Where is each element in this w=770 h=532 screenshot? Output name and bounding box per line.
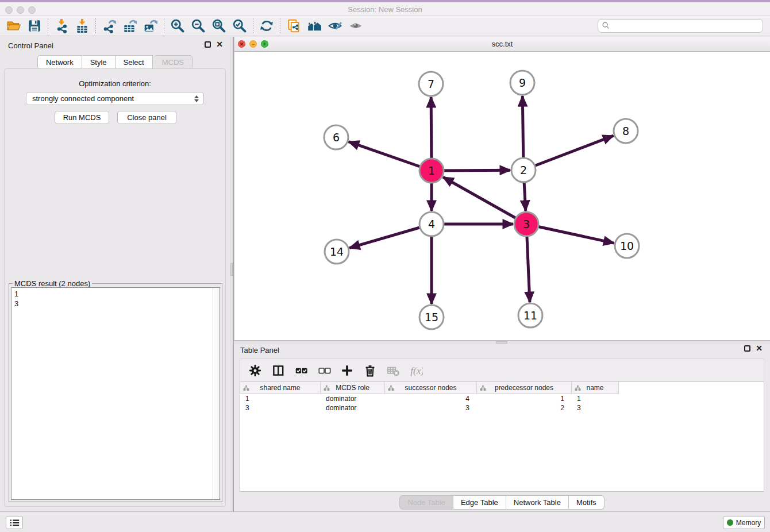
- cell[interactable]: 1: [572, 394, 619, 403]
- zoom-selected-button[interactable]: [229, 17, 250, 34]
- select-all-rows-button[interactable]: [294, 364, 308, 377]
- column-header-shared-name[interactable]: shared name: [240, 382, 321, 394]
- toolbar-icon-groups: [3, 17, 366, 34]
- table-panel-tabs: Node TableEdge TableNetwork TableMotifs: [234, 495, 770, 510]
- criterion-select[interactable]: strongly connected component: [26, 92, 204, 105]
- graph-node-7[interactable]: 7: [419, 72, 443, 96]
- export-table-icon: [122, 18, 137, 33]
- add-column-button[interactable]: [340, 364, 354, 377]
- close-panel-button[interactable]: Close panel: [117, 111, 176, 124]
- node-label: 10: [620, 240, 634, 252]
- search-field[interactable]: [598, 19, 763, 33]
- edge-1-6[interactable]: [349, 142, 432, 171]
- splitter-grip[interactable]: [230, 263, 233, 276]
- float-panel-icon[interactable]: [205, 41, 211, 48]
- graph-node-2[interactable]: 2: [511, 158, 536, 182]
- export-network-button[interactable]: [99, 17, 120, 34]
- mcds-result-box: MCDS result (2 nodes) 13: [9, 283, 222, 502]
- toggle-graphics-details-icon: [328, 18, 342, 33]
- tab-node-table[interactable]: Node Table: [399, 495, 453, 510]
- graph-node-15[interactable]: 15: [419, 305, 444, 329]
- graph-node-1[interactable]: 1: [419, 159, 444, 183]
- open-session-icon: [6, 18, 21, 33]
- tab-edge-table[interactable]: Edge Table: [453, 495, 506, 510]
- function-builder-icon: f(x): [409, 364, 423, 377]
- run-mcds-button[interactable]: Run MCDS: [55, 111, 109, 124]
- network-canvas[interactable]: 7968124314101511: [234, 52, 770, 340]
- column-header-MCDS-role[interactable]: MCDS role: [321, 382, 385, 394]
- import-table-button[interactable]: [72, 17, 93, 34]
- column-header-successor-nodes[interactable]: successor nodes: [385, 382, 477, 394]
- graph-node-3[interactable]: 3: [514, 212, 538, 236]
- table-settings-button[interactable]: [248, 364, 262, 377]
- column-header-name[interactable]: name: [572, 382, 619, 394]
- graph-node-6[interactable]: 6: [324, 125, 348, 149]
- zoom-fit-button[interactable]: [209, 17, 229, 34]
- cell[interactable]: dominator: [321, 394, 385, 403]
- tab-motifs[interactable]: Motifs: [569, 495, 605, 510]
- first-neighbors-button[interactable]: [304, 17, 325, 34]
- toggle-graphics-details-button[interactable]: [325, 17, 345, 34]
- criterion-value: strongly connected component: [32, 94, 134, 103]
- graph-node-8[interactable]: 8: [614, 119, 638, 143]
- open-session-button[interactable]: [3, 17, 24, 34]
- export-network-icon: [102, 18, 117, 33]
- edge-2-8[interactable]: [523, 136, 614, 170]
- select-stepper-icon: [194, 95, 199, 102]
- mcds-result-title: MCDS result (2 nodes): [13, 279, 92, 288]
- graph-node-11[interactable]: 11: [518, 303, 542, 327]
- float-panel-icon[interactable]: [744, 345, 750, 352]
- graph-node-10[interactable]: 10: [615, 234, 639, 258]
- save-session-button[interactable]: [24, 17, 45, 34]
- zoom-in-button[interactable]: [167, 17, 188, 34]
- save-session-icon: [27, 18, 42, 33]
- zoom-out-icon: [191, 18, 206, 33]
- graph-node-14[interactable]: 14: [325, 240, 349, 264]
- cell[interactable]: 1: [477, 394, 572, 403]
- cell[interactable]: 3: [240, 403, 321, 413]
- deselect-all-rows-button[interactable]: [317, 364, 331, 377]
- table-row[interactable]: 1dominator411: [240, 394, 764, 403]
- cell[interactable]: 4: [385, 394, 477, 403]
- result-scrollbar[interactable]: [213, 288, 220, 499]
- node-label: 14: [330, 245, 344, 258]
- tab-select[interactable]: Select: [116, 55, 153, 70]
- table-row[interactable]: 3dominator323: [240, 403, 764, 413]
- memory-button[interactable]: Memory: [723, 516, 765, 529]
- graph-node-9[interactable]: 9: [510, 71, 534, 95]
- close-panel-icon[interactable]: ✕: [756, 345, 763, 352]
- cell[interactable]: 2: [477, 403, 572, 413]
- hide-details-button[interactable]: [345, 17, 366, 34]
- tab-network[interactable]: Network: [37, 55, 82, 70]
- graph-node-4[interactable]: 4: [419, 212, 444, 236]
- clone-network-button[interactable]: [283, 17, 304, 34]
- delete-column-button[interactable]: [363, 364, 377, 377]
- attribute-type-icon: [243, 385, 249, 391]
- zoom-in-icon: [170, 18, 185, 33]
- cell[interactable]: 3: [572, 403, 619, 413]
- tab-network-table[interactable]: Network Table: [506, 495, 569, 510]
- edge-3-1[interactable]: [443, 177, 526, 224]
- export-image-icon: [143, 18, 158, 33]
- column-header-predecessor-nodes[interactable]: predecessor nodes: [477, 382, 572, 394]
- export-image-button[interactable]: [140, 17, 161, 34]
- split-panel-button[interactable]: [271, 364, 285, 377]
- edge-3-10[interactable]: [526, 224, 614, 243]
- column-label: predecessor nodes: [495, 384, 553, 392]
- node-label: 9: [519, 76, 526, 89]
- show-panels-button[interactable]: [6, 516, 23, 529]
- zoom-out-button[interactable]: [188, 17, 209, 34]
- cell[interactable]: dominator: [321, 403, 385, 413]
- import-network-button[interactable]: [51, 17, 72, 34]
- mcds-result-text[interactable]: 13: [11, 287, 220, 500]
- cell[interactable]: 1: [240, 394, 321, 403]
- refresh-view-button[interactable]: [256, 17, 277, 34]
- export-table-button[interactable]: [120, 17, 140, 34]
- network-window-titlebar[interactable]: ✕ − + scc.txt: [234, 37, 770, 52]
- tab-mcds[interactable]: MCDS: [154, 55, 192, 70]
- close-panel-icon[interactable]: ✕: [216, 41, 223, 48]
- search-input[interactable]: [610, 20, 763, 32]
- tab-style[interactable]: Style: [82, 55, 116, 70]
- cell[interactable]: 3: [385, 403, 477, 413]
- vertical-splitter[interactable]: [230, 37, 234, 511]
